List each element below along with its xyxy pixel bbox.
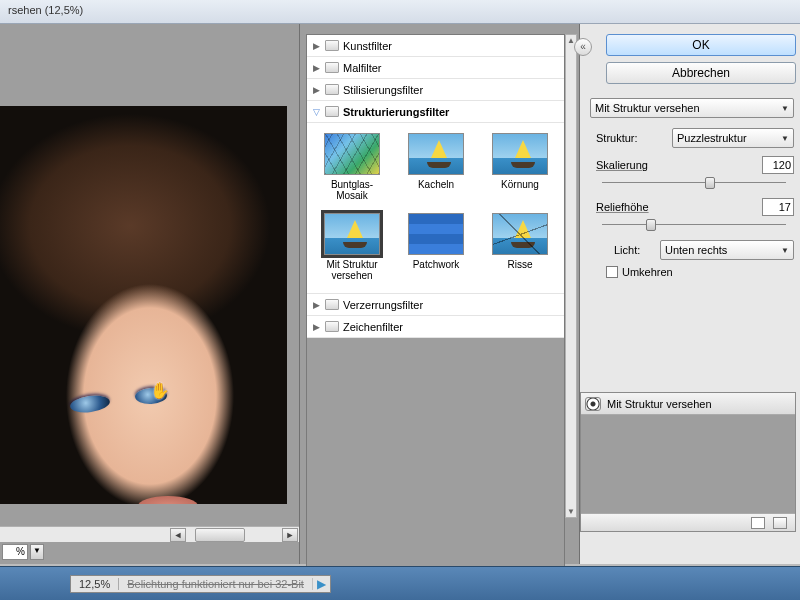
filter-v-scrollbar[interactable]: [565, 34, 577, 518]
licht-combo[interactable]: Unten rechts▼: [660, 240, 794, 260]
hand-cursor-icon: ✋: [150, 381, 170, 400]
window-title: rsehen (12,5%): [8, 4, 83, 16]
window-titlebar: rsehen (12,5%): [0, 0, 800, 24]
effect-layer-row[interactable]: Mit Struktur versehen: [581, 393, 795, 415]
filter-tree: ▶Kunstfilter ▶Malfilter ▶Stilisierungsfi…: [306, 34, 565, 569]
status-zoom: 12,5%: [71, 578, 119, 590]
filter-thumbnails: Buntglas-Mosaik Kacheln Körnung Mit Stru…: [307, 123, 564, 294]
skalierung-label: Skalierung: [596, 159, 666, 171]
cancel-button[interactable]: Abbrechen: [606, 62, 796, 84]
filter-risse[interactable]: Risse: [487, 213, 553, 281]
play-icon[interactable]: ▶: [313, 577, 330, 591]
category-kunstfilter[interactable]: ▶Kunstfilter: [307, 35, 564, 57]
category-strukturierungsfilter[interactable]: ▽Strukturierungsfilter: [307, 101, 564, 123]
category-verzerrungsfilter[interactable]: ▶Verzerrungsfilter: [307, 294, 564, 316]
delete-layer-icon[interactable]: [773, 517, 787, 529]
filter-buntglas-mosaik[interactable]: Buntglas-Mosaik: [319, 133, 385, 201]
preview-image[interactable]: ✋: [0, 106, 287, 504]
filter-kacheln[interactable]: Kacheln: [403, 133, 469, 201]
ok-button[interactable]: OK: [606, 34, 796, 56]
umkehren-label: Umkehren: [622, 266, 673, 278]
skalierung-slider[interactable]: [602, 176, 786, 190]
scroll-thumb[interactable]: [195, 528, 245, 542]
umkehren-checkbox[interactable]: Umkehren: [606, 266, 796, 278]
filter-patchwork[interactable]: Patchwork: [403, 213, 469, 281]
chevron-down-icon: ▼: [781, 104, 789, 113]
zoom-value-field[interactable]: %: [2, 544, 28, 560]
category-malfilter[interactable]: ▶Malfilter: [307, 57, 564, 79]
collapse-settings-button[interactable]: «: [574, 38, 592, 56]
struktur-combo[interactable]: Puzzlestruktur▼: [672, 128, 794, 148]
category-stilisierungsfilter[interactable]: ▶Stilisierungsfilter: [307, 79, 564, 101]
scroll-left-button[interactable]: ◄: [170, 528, 186, 542]
filter-select-combo[interactable]: Mit Struktur versehen▼: [590, 98, 794, 118]
relief-input[interactable]: [762, 198, 794, 216]
status-message: Belichtung funktioniert nur bei 32-Bit: [119, 578, 313, 590]
licht-label: Licht:: [614, 244, 654, 256]
preview-pane: ✋ ◄ ► % ▼: [0, 24, 300, 564]
chevron-down-icon: ▼: [781, 134, 789, 143]
preview-h-scrollbar[interactable]: ◄ ►: [0, 526, 299, 542]
struktur-label: Struktur:: [596, 132, 666, 144]
new-layer-icon[interactable]: [751, 517, 765, 529]
relief-slider[interactable]: [602, 218, 786, 232]
filter-koernung[interactable]: Körnung: [487, 133, 553, 201]
filter-mit-struktur-versehen[interactable]: Mit Struktur versehen: [319, 213, 385, 281]
scroll-right-button[interactable]: ►: [282, 528, 298, 542]
zoom-stepper[interactable]: ▼: [30, 544, 44, 560]
chevron-down-icon: ▼: [781, 246, 789, 255]
licht-value: Unten rechts: [665, 244, 727, 256]
category-zeichenfilter[interactable]: ▶Zeichenfilter: [307, 316, 564, 338]
skalierung-input[interactable]: [762, 156, 794, 174]
struktur-value: Puzzlestruktur: [677, 132, 747, 144]
checkbox-icon: [606, 266, 618, 278]
effect-layer-name: Mit Struktur versehen: [607, 398, 712, 410]
settings-pane: « OK Abbrechen Mit Struktur versehen▼ St…: [580, 24, 800, 564]
visibility-eye-icon[interactable]: [585, 397, 601, 411]
filter-select-value: Mit Struktur versehen: [595, 102, 700, 114]
status-bar: 12,5% Belichtung funktioniert nur bei 32…: [0, 566, 800, 600]
filter-list-pane: ▶Kunstfilter ▶Malfilter ▶Stilisierungsfi…: [300, 24, 580, 564]
relief-label: Reliefhöhe: [596, 201, 666, 213]
effect-layers-panel: Mit Struktur versehen: [580, 392, 796, 532]
